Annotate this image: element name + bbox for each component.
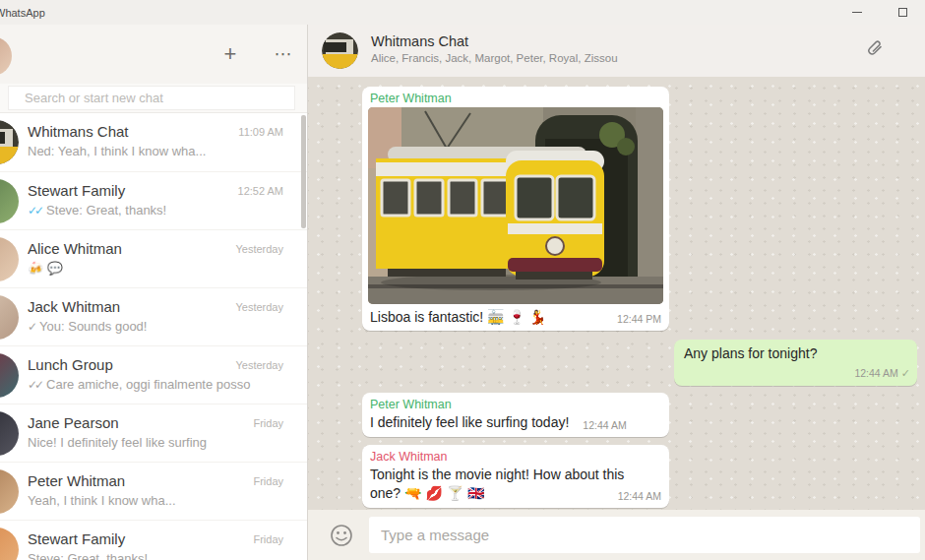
chat-time: Friday — [253, 417, 283, 429]
title-bar: WhatsApp — [0, 0, 925, 25]
conversation-titles: Whitmans Chat Alice, Francis, Jack, Marg… — [371, 33, 618, 64]
message-status-ticks: ✓ — [901, 367, 907, 379]
tram-avatar-image — [322, 32, 358, 69]
photo-caption-row: Lisboa is fantastic! 🚋 🍷 💃 12:44 PM — [362, 304, 669, 331]
chat-time: Friday — [253, 475, 283, 487]
chat-avatar — [0, 353, 19, 398]
menu-button[interactable]: ⋯ — [270, 45, 297, 63]
message-incoming-photo[interactable]: Peter Whitman — [362, 87, 669, 331]
chat-list-item-lunch-group[interactable]: Lunch Group Yesterday ✓✓Care amiche, ogg… — [0, 345, 307, 404]
chat-avatar — [0, 411, 19, 456]
chat-list-item-jack-whitman[interactable]: Jack Whitman Yesterday ✓You: Sounds good… — [0, 287, 307, 345]
chat-preview: ✓✓Steve: Great, thanks! — [28, 203, 283, 218]
chat-time: 12:52 AM — [238, 185, 283, 197]
chat-avatar — [0, 528, 19, 560]
chat-time: 11:09 AM — [238, 126, 283, 138]
chat-preview-text: Ned: Yeah, I think I know wha... — [28, 144, 206, 158]
search-input[interactable] — [8, 86, 295, 110]
message-body: Tonight is the movie night! How about th… — [362, 466, 661, 502]
smiley-icon — [329, 523, 354, 548]
message-time: 12:44 PM — [617, 313, 661, 325]
attach-button[interactable] — [866, 40, 886, 60]
message-list: Peter Whitman — [308, 77, 925, 510]
conversation-panel: Whitmans Chat Alice, Francis, Jack, Marg… — [308, 25, 925, 560]
chat-preview: ✓✓Care amiche, oggi finalmente posso — [28, 377, 283, 392]
chat-preview: 🍻 💬 — [28, 261, 283, 276]
chat-list-item-alice-whitman[interactable]: Alice Whitman Yesterday 🍻 💬 — [0, 229, 307, 287]
chat-preview: Ned: Yeah, I think I know wha... — [28, 144, 283, 158]
window-title: WhatsApp — [0, 7, 45, 19]
message-sender: Peter Whitman — [362, 87, 669, 107]
conversation-title: Whitmans Chat — [371, 33, 618, 49]
chat-preview-text: Care amiche, oggi finalmente posso — [46, 377, 250, 392]
message-input[interactable] — [369, 517, 920, 553]
chat-list-item-stewart-family[interactable]: Stewart Family 12:52 AM ✓✓Steve: Great, … — [0, 171, 307, 229]
message-sender: Peter Whitman — [362, 393, 661, 413]
chat-name: Stewart Family — [28, 530, 283, 547]
message-body: I definitely feel like surfing today! 12… — [362, 413, 661, 431]
chat-avatar — [0, 179, 19, 223]
message-time: 12:44 AM — [583, 419, 626, 431]
minimize-button[interactable] — [834, 0, 880, 25]
chat-avatar — [0, 469, 19, 514]
message-incoming-surfing[interactable]: Peter Whitman I definitely feel like sur… — [362, 393, 669, 437]
chat-name: Jane Pearson — [28, 414, 283, 431]
message-text: Any plans for tonight? — [684, 345, 907, 361]
sidebar-header: + ⋯ — [0, 25, 307, 84]
conversation-participants: Alice, Francis, Jack, Margot, Peter, Roy… — [371, 52, 618, 64]
conversation-avatar[interactable] — [322, 32, 358, 69]
chat-time: Yesterday — [235, 243, 283, 255]
chat-time: Yesterday — [235, 359, 283, 371]
my-profile-avatar[interactable] — [0, 36, 12, 76]
emoji-button[interactable] — [329, 523, 354, 548]
chat-avatar — [0, 120, 19, 164]
new-chat-button[interactable]: + — [216, 43, 244, 65]
photo-message-image[interactable] — [368, 107, 663, 304]
chat-avatar — [0, 237, 19, 281]
chat-time: Friday — [253, 533, 283, 545]
message-status-ticks: ✓ — [28, 320, 34, 334]
chat-preview-text: 🍻 💬 — [28, 261, 63, 276]
message-incoming-movie-night[interactable]: Jack Whitman Tonight is the movie night!… — [362, 445, 669, 508]
message-text: I definitely feel like surfing today! — [370, 413, 569, 431]
app-body: + ⋯ — [0, 25, 925, 560]
chat-preview: Nice! I definitely feel like surfing — [28, 435, 283, 450]
chat-avatar — [0, 295, 19, 340]
lisbon-tram-photo — [368, 107, 663, 304]
chat-preview: Steve: Great, thanks! — [28, 551, 283, 560]
message-status-ticks: ✓✓ — [28, 378, 41, 392]
message-sender: Jack Whitman — [362, 445, 661, 466]
sidebar-actions: + ⋯ — [216, 25, 297, 84]
search-bar — [0, 84, 307, 113]
ellipsis-icon: ⋯ — [275, 44, 293, 64]
chat-list-item-peter-whitman[interactable]: Peter Whitman Friday Yeah, I think I kno… — [0, 462, 307, 520]
message-time: 12:44 AM — [854, 367, 897, 379]
minimize-icon — [852, 12, 862, 13]
composer-bar — [308, 510, 925, 560]
message-meta: 12:44 AM✓ — [684, 363, 907, 381]
message-status-ticks: ✓✓ — [28, 204, 41, 218]
maximize-icon — [898, 8, 907, 17]
chat-list-item-jane-pearson[interactable]: Jane Pearson Friday Nice! I definitely f… — [0, 404, 307, 462]
chat-name: Peter Whitman — [28, 472, 283, 489]
chat-preview-text: Steve: Great, thanks! — [46, 203, 166, 218]
sidebar-scrollbar[interactable] — [301, 115, 306, 228]
chat-preview: ✓You: Sounds good! — [28, 319, 283, 334]
whatsapp-window: WhatsApp + ⋯ — [0, 0, 925, 560]
chat-list-item-stewart-family-2[interactable]: Stewart Family Friday Steve: Great, than… — [0, 520, 307, 560]
chat-preview-text: Steve: Great, thanks! — [28, 551, 148, 560]
tram-avatar-image — [0, 120, 19, 164]
message-outgoing[interactable]: Any plans for tonight? 12:44 AM✓ — [674, 340, 917, 386]
chat-preview-text: Nice! I definitely feel like surfing — [28, 435, 207, 450]
photo-caption: Lisboa is fantastic! 🚋 🍷 💃 — [370, 309, 546, 325]
conversation-header[interactable]: Whitmans Chat Alice, Francis, Jack, Marg… — [308, 25, 925, 77]
chat-time: Yesterday — [235, 301, 283, 313]
plus-icon: + — [224, 41, 237, 66]
chat-preview: Yeah, I think I know wha... — [28, 493, 283, 508]
chat-list-item-whitmans-chat[interactable]: Whitmans Chat 11:09 AM Ned: Yeah, I thin… — [0, 113, 307, 171]
chat-list: Whitmans Chat 11:09 AM Ned: Yeah, I thin… — [0, 113, 307, 560]
chat-preview-text: You: Sounds good! — [39, 319, 147, 334]
maximize-button[interactable] — [880, 0, 925, 25]
sidebar: + ⋯ — [0, 25, 308, 560]
message-time: 12:44 AM — [618, 490, 661, 502]
